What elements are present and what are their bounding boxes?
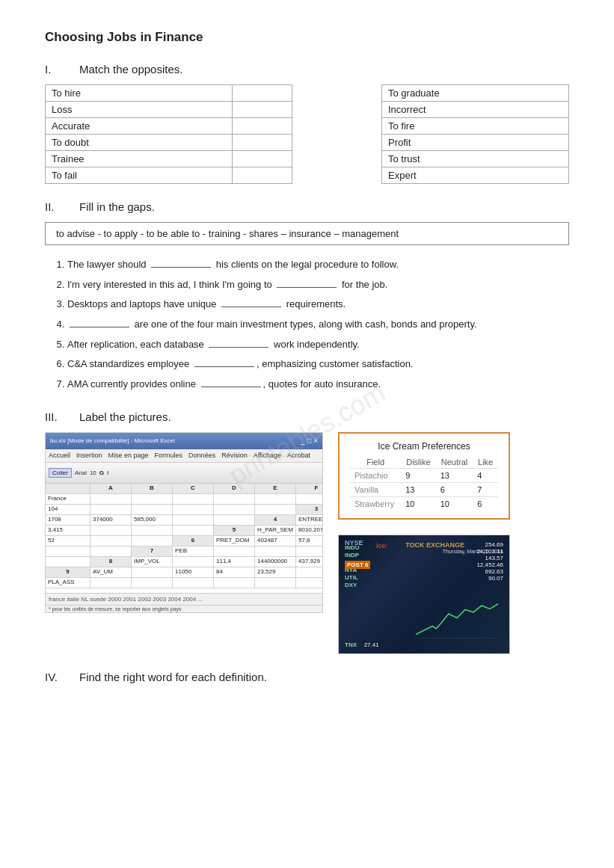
match-left-0: To hire	[46, 85, 233, 102]
excel-cell-10-4	[173, 578, 214, 588]
excel-cell-1-4	[173, 494, 214, 505]
excel-title-bar: bu.xls [Mode de compatibilité] - Microso…	[46, 433, 322, 449]
section-3-instruction: Label the pictures.	[79, 410, 171, 423]
stock-exchange-label: TOCK EXCHANGE	[405, 541, 464, 549]
blank-span-2	[221, 307, 281, 307]
word-bank: to advise - to apply - to be able to - t…	[45, 222, 569, 245]
excel-cell-9-0: 9	[46, 567, 90, 578]
fill-item-6: AMA currently provides online , quotes f…	[67, 375, 569, 394]
fill-item-4: After replication, each database work in…	[67, 336, 569, 354]
excel-cell-8-0: 8	[90, 557, 132, 567]
excel-cell-7-2	[214, 547, 255, 557]
menu-acrobat[interactable]: Acrobat	[287, 452, 310, 459]
excel-cell-10-7	[296, 578, 322, 588]
section-2-instruction: Fill in the gaps.	[79, 200, 155, 213]
excel-cell-2-7	[255, 505, 296, 515]
blank-span-5	[194, 366, 254, 367]
excel-cell-2-6	[214, 505, 255, 515]
excel-cell-8-5: 437,929	[296, 557, 322, 567]
excel-sheet-tabs[interactable]: france italie NL suede 2000 2001 2002 20…	[49, 596, 203, 603]
match-blank-1	[233, 102, 292, 118]
excel-cell-9-6	[296, 567, 322, 578]
match-right-0: To graduate	[382, 85, 569, 102]
match-right-1: Incorrect	[382, 102, 569, 118]
toolbar-font: Arial	[75, 470, 87, 476]
excel-cell-1-5	[214, 494, 255, 505]
stock-exchange-image: INDUINDPNYSENYAUTILDXY 254.6924,103.1114…	[338, 535, 510, 654]
menu-accueil[interactable]: Accueil	[49, 452, 70, 459]
excel-cell-7-7	[46, 557, 90, 567]
ice-cream-table-container: Ice Cream Preferences FieldDislikeNeutra…	[338, 432, 510, 520]
section-1-instruction: Match the opposites.	[79, 63, 182, 76]
menu-formules[interactable]: Formules	[155, 452, 183, 459]
section-2-title: II. Fill in the gaps.	[45, 200, 569, 213]
page-title: Choosing Jobs in Finance	[45, 30, 569, 45]
menu-miseenpage[interactable]: Mise en page	[108, 452, 149, 459]
excel-cell-6-3: 57,8	[296, 536, 322, 547]
excel-image: bu.xls [Mode de compatibilité] - Microso…	[45, 432, 323, 613]
match-spacer-0	[292, 85, 382, 102]
section-3-roman: III.	[45, 410, 67, 423]
excel-cell-0-0	[46, 484, 90, 494]
ice-cream-cell-2-2: 10	[436, 496, 473, 511]
excel-cell-5-2: 8010,2072	[296, 526, 322, 536]
stock-value-3: 12,452.46	[476, 561, 503, 568]
excel-cell-0-1: A	[90, 484, 132, 494]
fill-item-2: Desktops and laptops have unique require…	[67, 295, 569, 314]
match-right-4: To trust	[382, 151, 569, 167]
excel-cell-6-1: PRET_DOM	[214, 536, 255, 547]
excel-cell-0-6: F	[296, 484, 322, 494]
ice-cream-cell-2-3: 6	[473, 496, 498, 511]
excel-cell-5-5: 52	[46, 536, 90, 547]
excel-cell-8-1: IMP_VOL	[132, 557, 173, 567]
excel-cell-7-3	[255, 547, 296, 557]
excel-cell-3-3: 1708	[46, 515, 90, 526]
ice-cream-cell-1-0: Vanilla	[350, 482, 401, 496]
stock-bottom-ticker: TNX 27.41	[345, 638, 379, 649]
excel-cell-1-1: France	[46, 494, 90, 505]
stock-post6-label: POST 6	[345, 558, 370, 569]
match-right-3: Profit	[382, 135, 569, 151]
stock-value-5: 90.07	[476, 575, 503, 582]
excel-cell-8-3: 111,4	[214, 557, 255, 567]
toolbar-paste[interactable]: Coller	[49, 468, 72, 478]
section-1-title: I. Match the opposites.	[45, 63, 569, 76]
match-blank-3	[233, 135, 292, 151]
menu-revision[interactable]: Révision	[221, 452, 248, 459]
match-left-4: Trainee	[46, 151, 233, 167]
excel-cell-6-0: 6	[173, 536, 214, 547]
blank-span-3	[70, 327, 129, 327]
excel-cell-9-2	[132, 567, 173, 578]
excel-cell-3-5: 585,000	[132, 515, 173, 526]
excel-cell-6-6	[46, 547, 90, 557]
ice-cream-cell-1-2: 6	[436, 482, 473, 496]
toolbar-italic[interactable]: I	[107, 470, 108, 476]
ice-cream-cell-1-1: 13	[401, 482, 435, 496]
section-1: I. Match the opposites. To hireTo gradua…	[45, 63, 569, 184]
fill-item-1: I'm very interested in this ad, I think …	[67, 276, 569, 295]
excel-cell-3-7	[214, 515, 255, 526]
excel-cell-5-6	[90, 536, 132, 547]
section-4-instruction: Find the right word for each definition.	[79, 671, 267, 683]
menu-insertion[interactable]: Insertion	[76, 452, 102, 459]
menu-affichage[interactable]: Affichage	[254, 452, 281, 459]
section-3: III. Label the pictures. bu.xls [Mode de…	[45, 410, 569, 654]
excel-cell-10-3	[132, 578, 173, 588]
toolbar-bold[interactable]: G	[99, 470, 104, 476]
match-spacer-3	[292, 135, 382, 151]
stock-ticker-4: UTIL	[345, 574, 361, 581]
stock-values: 254.6924,103.11143.5712,452.46692.6390.0…	[476, 541, 503, 582]
excel-cell-2-2: 104	[46, 505, 90, 515]
match-left-1: Loss	[46, 102, 233, 118]
excel-cell-9-5: 23,529	[255, 567, 296, 578]
ice-cream-cell-0-1: 9	[401, 468, 435, 482]
right-column: Ice Cream Preferences FieldDislikeNeutra…	[338, 432, 510, 654]
stock-date: Thursday, March 20, 2014	[443, 549, 503, 554]
excel-cell-4-6	[132, 526, 173, 536]
match-opposites-table: To hireTo graduateLossIncorrectAccurateT…	[45, 84, 569, 184]
menu-donnees[interactable]: Données	[188, 452, 215, 459]
excel-cell-4-5	[90, 526, 132, 536]
excel-cell-10-2	[90, 578, 132, 588]
fill-item-5: C&A standardizes employee , emphasizing …	[67, 355, 569, 374]
excel-cell-7-0: 7	[132, 547, 173, 557]
